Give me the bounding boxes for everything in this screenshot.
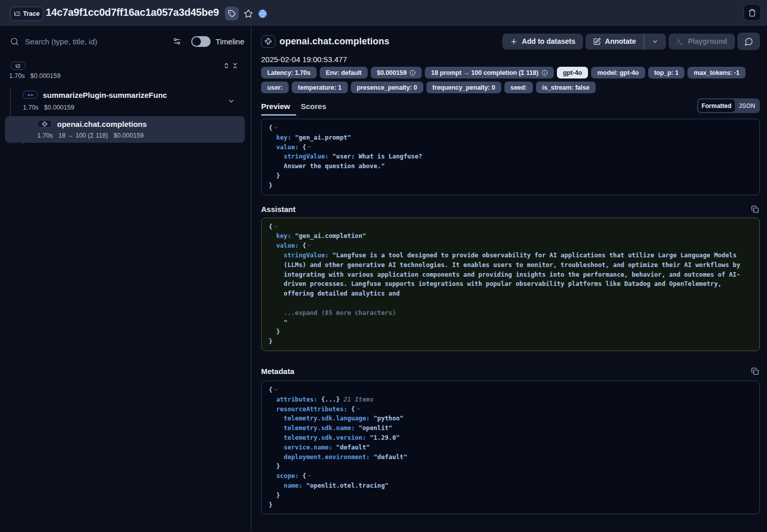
- code-token-plain: [269, 172, 276, 179]
- code-token-brace: }: [276, 328, 280, 335]
- add-to-datasets-button[interactable]: Add to datasets: [502, 34, 583, 49]
- badge-label: Latency: 1.70s: [267, 69, 311, 76]
- tree-node-metric: $0.000159: [114, 132, 144, 139]
- collapse-chevron-icon[interactable]: [273, 224, 278, 229]
- collapse-chevron-icon[interactable]: [273, 125, 278, 130]
- search-input[interactable]: [25, 37, 173, 46]
- badge-label: Env: default: [326, 69, 362, 76]
- observation-badges: Latency: 1.70sEnv: default$0.00015918 pr…: [261, 67, 766, 93]
- format-option-json[interactable]: JSON: [735, 99, 759, 112]
- timeline-toggle[interactable]: [191, 36, 211, 47]
- code-token-plain: [269, 482, 284, 489]
- observation-badge: Latency: 1.70s: [261, 67, 317, 78]
- code-line: }: [269, 337, 752, 347]
- code-token-plain: [269, 396, 276, 403]
- code-line: }: [269, 500, 752, 510]
- code-token-str: "default": [336, 444, 370, 451]
- code-token-plain: [269, 242, 276, 249]
- code-line: stringValue: "Langfuse is a tool designe…: [269, 251, 752, 260]
- comments-button[interactable]: [737, 33, 760, 50]
- active-tab-underline: [261, 114, 296, 116]
- square-pen-icon: [593, 38, 601, 45]
- tab-scores[interactable]: Scores: [301, 102, 333, 116]
- collapse-all-button[interactable]: [232, 62, 239, 69]
- collapse-node-button[interactable]: [227, 97, 235, 105]
- code-token-plain: [269, 144, 276, 151]
- code-token-plain: [269, 280, 284, 287]
- observation-badge: presence_penalty: 0: [351, 82, 423, 93]
- collapse-chevron-icon[interactable]: [306, 144, 312, 150]
- copy-button[interactable]: [751, 367, 759, 375]
- bookmark-star-button[interactable]: [244, 9, 253, 18]
- code-token-brace: {: [269, 223, 272, 230]
- tab-preview[interactable]: Preview: [261, 102, 296, 116]
- code-token-plain: [269, 319, 284, 326]
- code-token-key: stringValue:: [284, 153, 328, 160]
- code-line: ...expand (85 more characters): [269, 308, 752, 318]
- code-token-plain: [269, 328, 276, 335]
- code-token-plain: [333, 444, 336, 451]
- chevron-down-icon: [652, 38, 658, 45]
- delete-trace-button[interactable]: [744, 4, 761, 21]
- trace-tree-sidebar: Timeline 1.70s $0.000159 summarizePlugin…: [0, 25, 251, 531]
- observation-badge: 18 prompt → 100 completion (Σ 118): [425, 67, 553, 78]
- tree-node-metrics: 1.70s$0.000159: [23, 104, 235, 111]
- annotate-button[interactable]: Annotate: [585, 34, 644, 49]
- move-horizontal-icon: [28, 92, 33, 98]
- tree-root-row[interactable]: [0, 62, 251, 70]
- code-line: driven processes. Langfuse supports inte…: [269, 279, 752, 289]
- code-line: value: {: [269, 143, 752, 152]
- trace-type-chip: Trace: [10, 7, 43, 21]
- format-option-formatted[interactable]: Formatted: [698, 99, 735, 112]
- copy-button[interactable]: [751, 205, 759, 213]
- code-token-str: Answer the question above.": [284, 163, 385, 170]
- code-line: }: [269, 491, 752, 500]
- copy-icon: [751, 205, 759, 213]
- annotate-button-group: Annotate: [585, 34, 666, 49]
- observation-badge: seed:: [504, 82, 533, 93]
- code-line: }: [269, 171, 752, 181]
- code-token-key: stringValue:: [284, 252, 328, 259]
- tab-label: Preview: [261, 102, 290, 111]
- collapse-chevron-icon[interactable]: [273, 387, 278, 392]
- tree-node-header: openai.chat.completions: [37, 120, 245, 128]
- trace-root-metrics: 1.70s $0.000159: [0, 72, 251, 79]
- code-token-mut: ...expand (85 more characters): [284, 309, 396, 316]
- code-token-brace: }: [269, 338, 272, 345]
- tree-node-span[interactable]: summarizePlugin-summarizeFunc1.70s$0.000…: [0, 91, 251, 111]
- playground-button[interactable]: Playground: [669, 34, 735, 49]
- code-token-str: "gen_ai.completion": [295, 232, 366, 240]
- code-token-plain: [328, 252, 332, 259]
- tag-icon: [228, 10, 236, 17]
- format-toggle: FormattedJSON: [697, 98, 760, 113]
- annotate-dropdown-button[interactable]: [644, 34, 666, 49]
- code-token-brace: {: [302, 472, 306, 480]
- code-token-key: deployment.environment:: [284, 454, 370, 461]
- code-token-str: "default": [373, 454, 407, 461]
- code-token-plain: [269, 454, 284, 461]
- badge-label: gpt-4o: [563, 69, 582, 76]
- code-token-key: scope:: [276, 472, 299, 480]
- collapse-chevron-icon[interactable]: [306, 243, 312, 248]
- code-token-key: name:: [284, 482, 302, 489]
- tree-settings-button[interactable]: [173, 37, 181, 45]
- code-token-brace: }: [276, 463, 280, 470]
- public-share-button[interactable]: [258, 9, 267, 18]
- star-icon: [244, 9, 253, 18]
- code-token-plain: [269, 434, 284, 441]
- code-token-str: offering detailed analytics and: [284, 290, 399, 297]
- observation-badge: Env: default: [320, 67, 368, 78]
- tag-button[interactable]: [225, 7, 239, 20]
- code-token-plain: [269, 163, 284, 170]
- code-token-brace: {: [302, 242, 306, 249]
- tree-node-generation[interactable]: openai.chat.completions1.70s18 → 100 (Σ …: [5, 116, 245, 143]
- code-token-key: key:: [276, 232, 291, 240]
- code-token-muti: 21 Items: [340, 396, 373, 403]
- collapse-chevron-icon[interactable]: [355, 406, 361, 412]
- code-token-str: integrating with various application com…: [284, 271, 740, 278]
- badge-label: frequency_penalty: 0: [432, 84, 495, 91]
- code-line: telemetry.sdk.language: "python": [269, 414, 752, 423]
- expand-all-button[interactable]: [223, 62, 230, 69]
- code-line: stringValue: "user: What is Langfuse?: [269, 152, 752, 162]
- collapse-chevron-icon[interactable]: [306, 473, 312, 478]
